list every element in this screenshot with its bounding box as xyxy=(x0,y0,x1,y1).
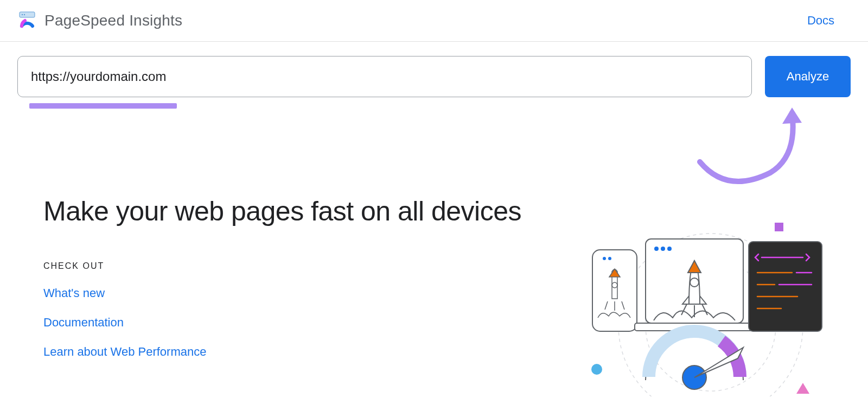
brand-title: PageSpeed Insights xyxy=(44,12,182,29)
svg-point-8 xyxy=(608,257,611,260)
docs-link[interactable]: Docs xyxy=(807,14,834,28)
url-input[interactable] xyxy=(17,56,752,97)
svg-point-1 xyxy=(22,14,23,15)
svg-point-13 xyxy=(661,247,665,251)
header: PageSpeed Insights Docs xyxy=(0,0,868,42)
svg-point-2 xyxy=(24,14,25,15)
svg-point-12 xyxy=(654,247,659,251)
svg-rect-16 xyxy=(749,242,822,331)
annotation-underline xyxy=(29,103,177,109)
svg-point-14 xyxy=(667,247,672,251)
hero-illustration-icon xyxy=(575,223,835,396)
search-row: Analyze xyxy=(0,42,868,97)
svg-point-7 xyxy=(603,257,606,260)
svg-point-25 xyxy=(591,364,602,375)
analyze-button[interactable]: Analyze xyxy=(765,56,851,97)
brand[interactable]: PageSpeed Insights xyxy=(17,10,182,31)
svg-rect-5 xyxy=(775,223,783,231)
pagespeed-logo-icon xyxy=(17,10,37,31)
